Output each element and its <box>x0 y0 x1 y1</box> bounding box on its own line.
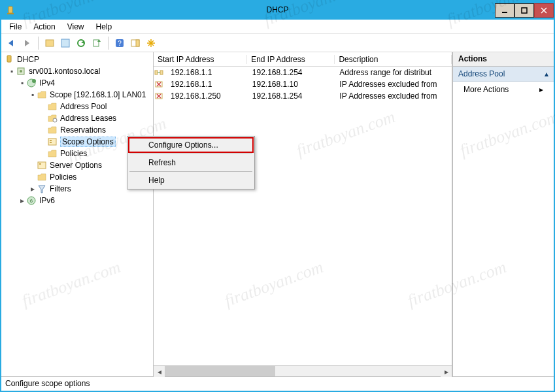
action-pane-toggle-button[interactable] <box>128 36 143 50</box>
list-row[interactable]: 192.168.1.250 192.168.1.254 IP Addresses… <box>154 90 452 102</box>
svg-point-24 <box>20 70 22 73</box>
svg-point-27 <box>53 118 57 122</box>
actions-header: Actions <box>453 52 554 67</box>
folder-icon <box>47 101 58 112</box>
svg-rect-22 <box>7 56 11 62</box>
refresh-button[interactable] <box>74 36 88 50</box>
close-button[interactable] <box>534 3 554 18</box>
tree-label: Address Leases <box>60 114 116 123</box>
collapse-icon[interactable]: ▪ <box>8 67 16 76</box>
collapse-icon[interactable]: ▪ <box>18 78 26 88</box>
tree-ipv6[interactable]: ▸ 6 IPv6 <box>4 195 153 206</box>
col-description[interactable]: Description <box>335 55 452 64</box>
expand-icon[interactable]: ▸ <box>18 196 26 205</box>
export-button[interactable] <box>90 36 104 50</box>
cell-end: 192.168.1.10 <box>248 80 336 89</box>
svg-rect-28 <box>48 139 56 145</box>
cell-desc: IP Addresses excluded from <box>335 80 452 89</box>
list-body[interactable]: 192.168.1.1 192.168.1.254 Address range … <box>154 67 452 365</box>
ipv6-icon: 6 <box>26 195 37 206</box>
maximize-button[interactable] <box>514 3 534 18</box>
cell-start: 192.168.1.250 <box>167 91 248 101</box>
help-button[interactable]: ? <box>112 36 127 50</box>
tree-root-dhcp[interactable]: DHCP <box>4 54 153 65</box>
cell-start: 192.168.1.1 <box>167 80 248 89</box>
menu-view[interactable]: View <box>62 21 90 33</box>
nav-forward-button[interactable] <box>20 36 34 50</box>
range-icon <box>154 67 164 78</box>
tree-label: DHCP <box>17 55 39 64</box>
tree-label: IPv6 <box>39 196 55 205</box>
context-menu: Configure Options... Refresh Help <box>127 136 255 189</box>
menu-help[interactable]: Help <box>91 21 118 33</box>
tree-label: Filters <box>50 184 71 193</box>
folder-icon <box>47 125 58 135</box>
show-hide-tree-button[interactable] <box>42 36 57 50</box>
collapse-icon: ▴ <box>545 69 548 78</box>
tree-label: Address Pool <box>60 102 107 111</box>
actions-more-label: More Actions <box>463 85 509 94</box>
ctx-separator <box>129 171 252 172</box>
status-bar: Configure scope options <box>1 376 554 391</box>
tree-scope[interactable]: ▪ Scope [192.168.1.0] LAN01 <box>4 89 153 101</box>
collapse-icon[interactable]: ▪ <box>29 90 37 99</box>
svg-rect-30 <box>50 142 52 143</box>
chevron-right-icon: ▸ <box>539 85 543 94</box>
list-row[interactable]: 192.168.1.1 192.168.1.254 Address range … <box>154 67 452 78</box>
svg-text:6: 6 <box>30 199 33 203</box>
properties-button[interactable] <box>58 36 73 50</box>
tree-address-pool[interactable]: Address Pool <box>4 101 153 112</box>
svg-rect-12 <box>93 40 99 46</box>
svg-point-26 <box>32 79 36 83</box>
actions-section[interactable]: Address Pool ▴ <box>453 67 554 82</box>
svg-rect-9 <box>61 39 69 47</box>
exclusion-icon <box>154 79 164 90</box>
list-row[interactable]: 192.168.1.1 192.168.1.10 IP Addresses ex… <box>154 78 452 90</box>
ctx-refresh[interactable]: Refresh <box>129 155 253 170</box>
options-icon <box>47 137 58 147</box>
expand-icon[interactable]: ▸ <box>29 184 37 193</box>
nav-back-button[interactable] <box>4 36 18 50</box>
horizontal-scrollbar[interactable]: ◂ ▸ <box>154 365 452 376</box>
folder-icon <box>47 148 58 159</box>
tree-server[interactable]: ▪ srv001.kontoso.local <box>4 65 153 77</box>
tree-ipv4[interactable]: ▪ IPv4 <box>4 77 153 89</box>
actions-more[interactable]: More Actions ▸ <box>453 82 554 97</box>
cell-end: 192.168.1.254 <box>248 68 336 77</box>
ctx-help[interactable]: Help <box>129 173 253 188</box>
status-text: Configure scope options <box>5 379 90 388</box>
tree-label: Server Options <box>50 161 102 170</box>
col-end-ip[interactable]: End IP Address <box>247 55 335 64</box>
svg-rect-31 <box>38 162 46 169</box>
tree-label: srv001.kontoso.local <box>29 67 100 76</box>
minimize-button[interactable] <box>495 3 514 18</box>
actions-pane: Actions Address Pool ▴ More Actions ▸ <box>452 52 554 376</box>
scroll-track[interactable] <box>165 366 441 376</box>
tree-address-leases[interactable]: Address Leases <box>4 112 153 124</box>
tree-reservations[interactable]: Reservations <box>4 124 153 136</box>
svg-rect-17 <box>136 40 139 46</box>
folder-icon <box>37 172 47 182</box>
main-area: DHCP ▪ srv001.kontoso.local ▪ IPv4 ▪ Sco… <box>1 52 554 376</box>
scroll-left-button[interactable]: ◂ <box>154 366 165 377</box>
cell-desc: Address range for distribut <box>335 68 452 77</box>
tree-pane[interactable]: DHCP ▪ srv001.kontoso.local ▪ IPv4 ▪ Sco… <box>1 52 153 376</box>
new-scope-button[interactable] <box>144 36 158 50</box>
toolbar: ? <box>1 34 554 52</box>
menu-file[interactable]: File <box>4 21 27 33</box>
svg-text:?: ? <box>118 40 122 47</box>
scroll-right-button[interactable]: ▸ <box>441 366 452 377</box>
window-controls <box>495 3 554 18</box>
tree-label: Policies <box>50 172 76 182</box>
title-bar: DHCP <box>1 1 554 20</box>
svg-marker-6 <box>8 40 13 46</box>
svg-rect-32 <box>39 163 41 165</box>
ctx-configure-options[interactable]: Configure Options... <box>129 138 253 152</box>
menu-action[interactable]: Action <box>28 21 60 33</box>
col-start-ip[interactable]: Start IP Address <box>154 55 247 64</box>
svg-rect-29 <box>50 140 52 141</box>
folder-icon <box>37 90 47 100</box>
dhcp-icon <box>4 54 14 65</box>
tree-label: Scope Options <box>60 137 116 147</box>
scroll-thumb[interactable] <box>165 366 275 376</box>
